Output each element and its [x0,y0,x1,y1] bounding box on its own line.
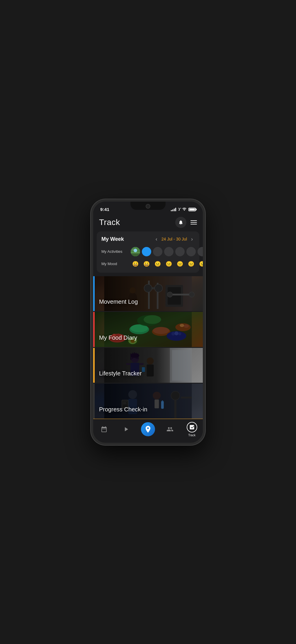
svg-point-50 [147,357,154,364]
track-label: Track [188,434,195,437]
svg-rect-62 [123,403,126,403]
nav-item-track[interactable]: Track [183,422,201,437]
nav-item-calendar[interactable] [95,426,113,433]
community-icon [166,426,173,433]
food-diary-card[interactable]: My Food Diary [93,312,203,347]
activities-days [131,247,203,256]
svg-rect-15 [170,293,192,295]
svg-rect-63 [123,404,127,404]
content-cards: Movement Log [93,276,203,419]
svg-point-32 [174,331,178,335]
lifestyle-tracker-label: Lifestyle Tracker [99,370,142,377]
svg-rect-4 [131,252,140,253]
mood-days: 😀 😀 😐 😐 😐 😐 😐 [131,259,203,269]
svg-point-11 [144,284,152,292]
svg-point-2 [134,249,137,252]
svg-point-17 [189,292,194,297]
progress-checkin-card[interactable]: Progress Check-in [93,384,203,419]
week-navigation: ‹ 24 Jul - 30 Jul › [154,236,195,243]
svg-rect-55 [172,350,190,381]
svg-point-16 [167,292,173,297]
svg-rect-66 [161,401,164,409]
phone-wrapper: 9:41 𝜰 Track [86,196,210,448]
svg-rect-70 [181,397,192,399]
svg-rect-44 [134,352,135,358]
svg-point-36 [180,324,184,327]
status-icons: 𝜰 [171,207,196,212]
svg-point-7 [130,287,136,293]
svg-rect-49 [139,363,144,365]
activity-day-5[interactable] [175,247,185,256]
svg-rect-51 [147,364,154,376]
svg-point-38 [144,315,161,324]
card-bar-progress [93,384,95,419]
card-bar-lifestyle [93,348,95,383]
activity-day-7[interactable] [198,247,203,256]
wifi-icon: 𝜰 [178,207,187,212]
mood-day-4[interactable]: 😐 [164,259,173,269]
mood-day-6[interactable]: 😐 [186,259,196,269]
activities-label: My Activities [101,249,131,254]
svg-point-33 [178,332,181,335]
svg-rect-48 [126,363,130,365]
mood-day-5[interactable]: 😐 [175,259,185,269]
battery-icon [188,208,196,211]
svg-point-69 [171,391,180,400]
activity-day-2[interactable] [142,247,151,256]
prev-week-button[interactable]: ‹ [154,236,159,243]
svg-point-31 [171,332,175,336]
svg-rect-42 [130,353,131,360]
activity-day-6[interactable] [186,247,196,256]
svg-point-12 [154,284,162,292]
week-date-range: 24 Jul - 30 Jul [161,237,187,241]
svg-point-3 [132,249,134,251]
card-bar-movement [93,276,95,311]
food-diary-label: My Food Diary [99,334,137,341]
calendar-icon [101,426,108,433]
nav-item-community[interactable] [161,426,179,433]
status-time: 9:41 [100,207,109,212]
home-icon [141,422,155,436]
week-title: My Week [101,236,124,242]
mood-row: My Mood 😀 😀 😐 😐 😐 😐 😐 [101,259,195,269]
next-week-button[interactable]: › [189,236,195,243]
app-header: Track [93,214,203,231]
movement-log-card[interactable]: Movement Log [93,276,203,311]
play-icon [123,426,130,433]
app-title: Track [99,218,120,227]
nav-item-home[interactable] [139,422,157,436]
card-bar-food [93,312,95,347]
svg-point-35 [184,324,189,328]
svg-rect-46 [137,353,138,359]
svg-rect-65 [154,400,159,408]
mood-day-2[interactable]: 😀 [142,259,151,269]
svg-rect-53 [142,367,145,372]
mood-day-3[interactable]: 😐 [153,259,162,269]
screen: 9:41 𝜰 Track [93,202,203,443]
svg-rect-45 [136,353,137,359]
header-icons [175,217,197,228]
menu-button[interactable] [190,220,197,224]
lifestyle-tracker-card[interactable]: Lifestyle Tracker [93,348,203,383]
track-icon-circle [187,422,197,432]
bottom-navigation: Track [93,419,203,443]
svg-point-64 [153,392,161,400]
mood-day-1[interactable]: 😀 [131,259,140,269]
activity-day-4[interactable] [164,247,173,256]
svg-rect-67 [162,401,163,402]
nav-item-play[interactable] [117,426,135,433]
activity-day-3[interactable] [153,247,162,256]
activity-day-1[interactable] [131,247,140,256]
movement-log-label: Movement Log [99,298,138,305]
notification-button[interactable] [175,217,186,228]
svg-rect-43 [132,353,133,359]
phone-frame: 9:41 𝜰 Track [91,199,205,445]
my-week-section: My Week ‹ 24 Jul - 30 Jul › My Activitie… [97,231,199,273]
status-bar: 9:41 𝜰 [93,202,203,214]
svg-rect-56 [104,384,192,419]
mood-label: My Mood [101,262,131,266]
mood-day-7[interactable]: 😐 [198,259,203,269]
track-icon [187,422,197,432]
activities-row: My Activities [101,247,195,256]
svg-point-26 [153,327,169,334]
